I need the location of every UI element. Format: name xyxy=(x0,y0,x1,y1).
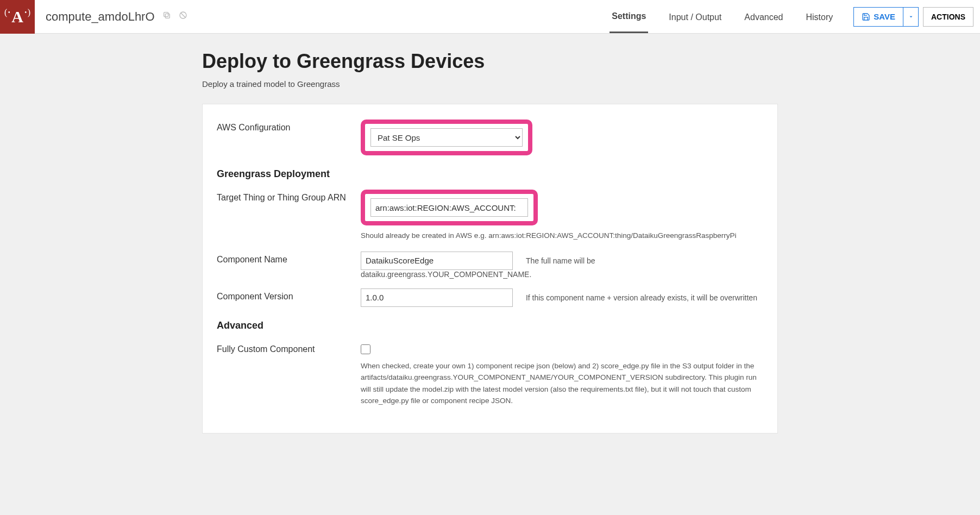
fully-custom-hint: When checked, create your own 1) compone… xyxy=(361,360,763,407)
tab-input-output[interactable]: Input / Output xyxy=(667,0,724,33)
component-version-hint: If this component name + version already… xyxy=(526,293,757,302)
save-button-label: SAVE xyxy=(874,12,895,21)
target-arn-input[interactable] xyxy=(370,198,528,217)
component-version-label: Component Version xyxy=(217,288,361,302)
target-arn-highlight xyxy=(361,190,538,225)
save-icon xyxy=(862,12,870,21)
component-name-input[interactable] xyxy=(361,252,513,270)
brand-logo[interactable]: (• A •) xyxy=(0,0,35,34)
section-greengrass-deployment: Greengrass Deployment xyxy=(217,168,763,180)
save-button[interactable]: SAVE xyxy=(853,7,903,27)
svg-line-3 xyxy=(181,13,185,17)
target-arn-label: Target Thing or Thing Group ARN xyxy=(217,190,361,203)
target-arn-hint: Should already be created in AWS e.g. ar… xyxy=(361,230,763,242)
page-subtitle: Deploy a trained model to Greengrass xyxy=(202,79,778,89)
fully-custom-label: Fully Custom Component xyxy=(217,341,361,354)
aws-config-select[interactable]: Pat SE Ops xyxy=(370,128,523,147)
component-version-input[interactable] xyxy=(361,288,513,307)
actions-button[interactable]: ACTIONS xyxy=(923,7,973,27)
svg-rect-0 xyxy=(165,14,169,18)
compute-name: compute_amdoLhrO xyxy=(46,10,155,24)
fully-custom-checkbox[interactable] xyxy=(361,344,370,354)
topbar: (• A •) compute_amdoLhrO Settings Input … xyxy=(0,0,980,34)
settings-panel: AWS Configuration Pat SE Ops Greengrass … xyxy=(202,104,778,434)
component-name-label: Component Name xyxy=(217,252,361,265)
section-advanced: Advanced xyxy=(217,320,763,331)
page-title: Deploy to Greengrass Devices xyxy=(202,50,778,73)
tab-history[interactable]: History xyxy=(803,0,835,33)
tab-bar: Settings Input / Output Advanced History xyxy=(610,0,835,33)
svg-rect-1 xyxy=(164,12,168,17)
disabled-icon[interactable] xyxy=(179,11,187,22)
save-dropdown-button[interactable] xyxy=(903,7,919,27)
aws-config-label: AWS Configuration xyxy=(217,120,361,133)
aws-config-highlight: Pat SE Ops xyxy=(361,120,532,155)
copy-icon[interactable] xyxy=(162,11,171,22)
caret-down-icon xyxy=(908,14,914,20)
tab-advanced[interactable]: Advanced xyxy=(742,0,785,33)
tab-settings[interactable]: Settings xyxy=(610,0,648,33)
